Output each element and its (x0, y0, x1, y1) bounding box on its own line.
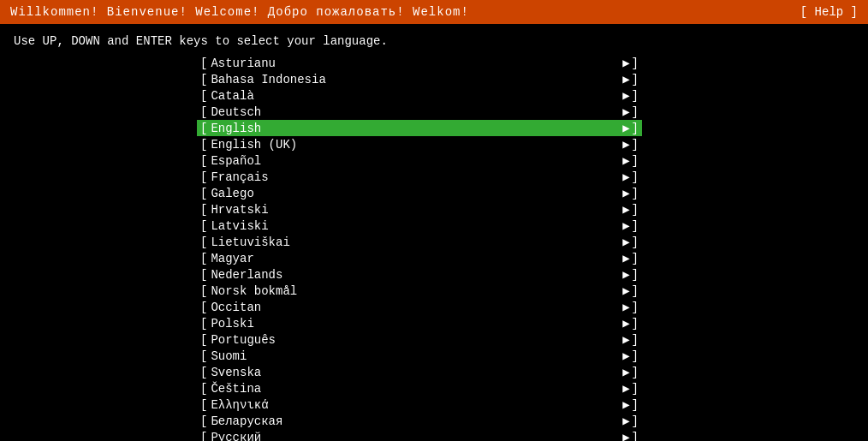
language-list: [ Asturianu▶][ Bahasa Indonesia▶][ Catal… (0, 55, 868, 441)
bracket-open-icon: [ (200, 317, 207, 331)
bracket-open-icon: [ (200, 105, 207, 119)
arrow-right-icon: ▶ (622, 365, 629, 379)
arrow-right-icon: ▶ (622, 56, 629, 70)
bracket-close-icon: ] (632, 73, 639, 86)
language-item[interactable]: [ Deutsch▶] (197, 104, 642, 120)
language-item[interactable]: [ Ελληνικά▶] (197, 396, 642, 413)
language-name: Ελληνικά (211, 398, 268, 412)
header-bar: Willkommen! Bienvenue! Welcome! Добро по… (0, 0, 868, 24)
bracket-close-icon: ] (632, 187, 639, 200)
bracket-open-icon: [ (200, 154, 207, 168)
language-item[interactable]: [ Čeština▶] (197, 380, 642, 396)
language-name: Galego (211, 187, 253, 200)
language-item[interactable]: [ Português▶] (197, 331, 642, 348)
bracket-close-icon: ] (632, 138, 639, 152)
language-item[interactable]: [ Nederlands▶] (197, 266, 642, 283)
bracket-close-icon: ] (632, 366, 639, 379)
language-name: Asturianu (211, 57, 276, 70)
bracket-open-icon: [ (200, 284, 207, 298)
arrow-right-icon: ▶ (622, 137, 629, 152)
language-item[interactable]: [ Suomi▶] (197, 348, 642, 364)
bracket-open-icon: [ (200, 366, 207, 379)
arrow-right-icon: ▶ (622, 235, 629, 249)
bracket-close-icon: ] (632, 301, 639, 314)
language-item[interactable]: [ Svenska▶] (197, 364, 642, 380)
language-item[interactable]: [ Lietuviškai▶] (197, 234, 642, 250)
bracket-open-icon: [ (200, 301, 207, 314)
bracket-close-icon: ] (632, 122, 639, 135)
bracket-close-icon: ] (632, 317, 639, 331)
bracket-close-icon: ] (632, 170, 639, 184)
language-item[interactable]: [ Galego▶] (197, 185, 642, 201)
arrow-right-icon: ▶ (622, 316, 629, 331)
bracket-open-icon: [ (200, 398, 207, 412)
language-item[interactable]: [ Polski▶] (197, 315, 642, 331)
language-item[interactable]: [ Norsk bokmål▶] (197, 283, 642, 299)
bracket-close-icon: ] (632, 252, 639, 265)
bracket-open-icon: [ (200, 122, 207, 135)
language-item[interactable]: [ Русский▶] (197, 429, 642, 441)
bracket-close-icon: ] (632, 382, 639, 396)
arrow-right-icon: ▶ (622, 186, 629, 200)
arrow-right-icon: ▶ (622, 251, 629, 265)
language-item[interactable]: [ English (UK)▶] (197, 136, 642, 152)
language-item[interactable]: [ Français▶] (197, 169, 642, 185)
language-name: Suomi (211, 349, 247, 363)
language-name: Français (211, 170, 268, 184)
arrow-right-icon: ▶ (622, 153, 629, 168)
bracket-open-icon: [ (200, 57, 207, 70)
language-item[interactable]: [ Magyar▶] (197, 250, 642, 266)
bracket-close-icon: ] (632, 431, 639, 442)
language-item[interactable]: [ Español▶] (197, 152, 642, 169)
language-name: Русский (211, 431, 261, 442)
language-item[interactable]: [ Asturianu▶] (197, 55, 642, 71)
bracket-close-icon: ] (632, 203, 639, 217)
bracket-close-icon: ] (632, 333, 639, 347)
language-item[interactable]: [ Català▶] (197, 87, 642, 104)
bracket-open-icon: [ (200, 333, 207, 347)
language-name: Occitan (211, 301, 261, 314)
bracket-open-icon: [ (200, 235, 207, 249)
bracket-close-icon: ] (632, 219, 639, 233)
arrow-right-icon: ▶ (622, 267, 629, 282)
arrow-right-icon: ▶ (622, 332, 629, 347)
bracket-open-icon: [ (200, 73, 207, 86)
arrow-right-icon: ▶ (622, 72, 629, 86)
bracket-open-icon: [ (200, 349, 207, 363)
bracket-open-icon: [ (200, 138, 207, 152)
arrow-right-icon: ▶ (622, 397, 629, 412)
language-name: Latviski (211, 219, 268, 233)
language-name: Español (211, 154, 261, 168)
bracket-open-icon: [ (200, 219, 207, 233)
arrow-right-icon: ▶ (622, 202, 629, 217)
language-name: Bahasa Indonesia (211, 73, 325, 86)
language-item[interactable]: [ Беларуская▶] (197, 413, 642, 429)
help-button[interactable]: [ Help ] (800, 5, 858, 19)
instruction-text: Use UP, DOWN and ENTER keys to select yo… (0, 24, 868, 55)
language-name: Svenska (211, 366, 261, 379)
language-name: Deutsch (211, 105, 261, 119)
language-item[interactable]: [ Hrvatski▶] (197, 201, 642, 218)
language-item[interactable]: [ Bahasa Indonesia▶] (197, 71, 642, 87)
language-item[interactable]: [ Occitan▶] (197, 299, 642, 315)
arrow-right-icon: ▶ (622, 349, 629, 363)
arrow-right-icon: ▶ (622, 381, 629, 396)
bracket-close-icon: ] (632, 57, 639, 70)
language-name: Català (211, 89, 253, 103)
arrow-right-icon: ▶ (622, 88, 629, 103)
bracket-close-icon: ] (632, 235, 639, 249)
arrow-right-icon: ▶ (622, 121, 629, 135)
language-item[interactable]: [ English▶] (197, 120, 642, 136)
arrow-right-icon: ▶ (622, 283, 629, 298)
bracket-open-icon: [ (200, 170, 207, 184)
language-name: Беларуская (211, 414, 282, 428)
arrow-right-icon: ▶ (622, 300, 629, 314)
arrow-right-icon: ▶ (622, 104, 629, 119)
language-item[interactable]: [ Latviski▶] (197, 218, 642, 234)
header-title: Willkommen! Bienvenue! Welcome! Добро по… (10, 5, 469, 19)
bracket-open-icon: [ (200, 431, 207, 442)
arrow-right-icon: ▶ (622, 414, 629, 428)
bracket-open-icon: [ (200, 414, 207, 428)
bracket-close-icon: ] (632, 284, 639, 298)
language-name: English (UK) (211, 138, 297, 152)
